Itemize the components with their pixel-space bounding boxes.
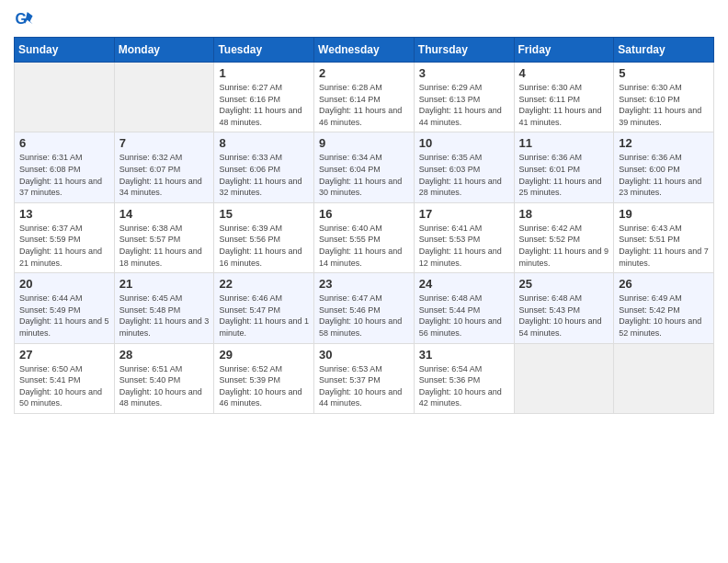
calendar-cell: 8Sunrise: 6:33 AMSunset: 6:06 PMDaylight…: [214, 132, 314, 202]
day-detail: Sunrise: 6:35 AMSunset: 6:03 PMDaylight:…: [419, 152, 509, 198]
day-number: 12: [619, 136, 709, 150]
day-number: 21: [119, 277, 210, 291]
day-detail: Sunrise: 6:36 AMSunset: 6:01 PMDaylight:…: [519, 152, 609, 198]
calendar-cell: 30Sunrise: 6:53 AMSunset: 5:37 PMDayligh…: [314, 343, 415, 413]
calendar-cell: 25Sunrise: 6:48 AMSunset: 5:43 PMDayligh…: [514, 273, 614, 343]
day-number: 6: [19, 136, 109, 150]
calendar-cell: 29Sunrise: 6:52 AMSunset: 5:39 PMDayligh…: [214, 343, 314, 413]
calendar-cell: 6Sunrise: 6:31 AMSunset: 6:08 PMDaylight…: [15, 132, 115, 202]
calendar-cell: 7Sunrise: 6:32 AMSunset: 6:07 PMDaylight…: [114, 132, 214, 202]
calendar-cell: 19Sunrise: 6:43 AMSunset: 5:51 PMDayligh…: [614, 202, 714, 272]
calendar-cell: 20Sunrise: 6:44 AMSunset: 5:49 PMDayligh…: [15, 273, 115, 343]
day-detail: Sunrise: 6:28 AMSunset: 6:14 PMDaylight:…: [319, 82, 409, 128]
logo: G: [14, 9, 38, 29]
col-wednesday: Wednesday: [314, 38, 415, 63]
day-detail: Sunrise: 6:42 AMSunset: 5:52 PMDaylight:…: [519, 223, 609, 269]
day-number: 20: [19, 277, 109, 291]
col-friday: Friday: [514, 38, 614, 63]
day-detail: Sunrise: 6:49 AMSunset: 5:42 PMDaylight:…: [619, 293, 709, 339]
day-number: 10: [419, 136, 509, 150]
day-detail: Sunrise: 6:36 AMSunset: 6:00 PMDaylight:…: [619, 152, 709, 198]
day-detail: Sunrise: 6:51 AMSunset: 5:40 PMDaylight:…: [119, 363, 210, 409]
day-number: 29: [219, 348, 309, 362]
svg-text:G: G: [15, 10, 27, 27]
calendar-cell: 24Sunrise: 6:48 AMSunset: 5:44 PMDayligh…: [414, 273, 514, 343]
day-detail: Sunrise: 6:48 AMSunset: 5:44 PMDaylight:…: [419, 293, 509, 339]
calendar-cell: [114, 63, 214, 132]
day-number: 23: [319, 277, 409, 291]
day-detail: Sunrise: 6:50 AMSunset: 5:41 PMDaylight:…: [19, 363, 109, 409]
day-number: 26: [619, 277, 709, 291]
day-number: 17: [419, 207, 509, 221]
day-number: 18: [519, 207, 609, 221]
day-number: 9: [319, 136, 409, 150]
day-detail: Sunrise: 6:41 AMSunset: 5:53 PMDaylight:…: [419, 223, 509, 269]
calendar-cell: 11Sunrise: 6:36 AMSunset: 6:01 PMDayligh…: [514, 132, 614, 202]
day-detail: Sunrise: 6:29 AMSunset: 6:13 PMDaylight:…: [419, 82, 509, 128]
day-number: 30: [319, 348, 409, 362]
day-number: 19: [619, 207, 709, 221]
day-detail: Sunrise: 6:47 AMSunset: 5:46 PMDaylight:…: [319, 293, 409, 339]
calendar-cell: 15Sunrise: 6:39 AMSunset: 5:56 PMDayligh…: [214, 202, 314, 272]
col-monday: Monday: [114, 38, 214, 63]
day-number: 8: [219, 136, 309, 150]
day-detail: Sunrise: 6:38 AMSunset: 5:57 PMDaylight:…: [119, 223, 210, 269]
calendar-header-row: Sunday Monday Tuesday Wednesday Thursday…: [15, 38, 714, 63]
calendar-cell: 22Sunrise: 6:46 AMSunset: 5:47 PMDayligh…: [214, 273, 314, 343]
day-detail: Sunrise: 6:54 AMSunset: 5:36 PMDaylight:…: [419, 363, 509, 409]
day-detail: Sunrise: 6:48 AMSunset: 5:43 PMDaylight:…: [519, 293, 609, 339]
calendar-cell: 28Sunrise: 6:51 AMSunset: 5:40 PMDayligh…: [114, 343, 214, 413]
day-detail: Sunrise: 6:43 AMSunset: 5:51 PMDaylight:…: [619, 223, 709, 269]
day-number: 24: [419, 277, 509, 291]
calendar-cell: 23Sunrise: 6:47 AMSunset: 5:46 PMDayligh…: [314, 273, 415, 343]
day-detail: Sunrise: 6:39 AMSunset: 5:56 PMDaylight:…: [219, 223, 309, 269]
day-detail: Sunrise: 6:33 AMSunset: 6:06 PMDaylight:…: [219, 152, 309, 198]
calendar-table: Sunday Monday Tuesday Wednesday Thursday…: [14, 37, 714, 414]
day-detail: Sunrise: 6:31 AMSunset: 6:08 PMDaylight:…: [19, 152, 109, 198]
day-number: 14: [119, 207, 210, 221]
day-number: 28: [119, 348, 210, 362]
day-detail: Sunrise: 6:45 AMSunset: 5:48 PMDaylight:…: [119, 293, 210, 339]
day-detail: Sunrise: 6:27 AMSunset: 6:16 PMDaylight:…: [219, 82, 309, 128]
day-number: 5: [619, 66, 709, 80]
day-detail: Sunrise: 6:52 AMSunset: 5:39 PMDaylight:…: [219, 363, 309, 409]
day-detail: Sunrise: 6:53 AMSunset: 5:37 PMDaylight:…: [319, 363, 409, 409]
calendar-cell: 1Sunrise: 6:27 AMSunset: 6:16 PMDaylight…: [214, 63, 314, 132]
day-number: 4: [519, 66, 609, 80]
day-number: 15: [219, 207, 309, 221]
calendar-cell: 26Sunrise: 6:49 AMSunset: 5:42 PMDayligh…: [614, 273, 714, 343]
calendar-cell: 2Sunrise: 6:28 AMSunset: 6:14 PMDaylight…: [314, 63, 415, 132]
calendar-cell: 17Sunrise: 6:41 AMSunset: 5:53 PMDayligh…: [414, 202, 514, 272]
calendar-cell: [514, 343, 614, 413]
day-detail: Sunrise: 6:46 AMSunset: 5:47 PMDaylight:…: [219, 293, 309, 339]
col-tuesday: Tuesday: [214, 38, 314, 63]
calendar-cell: 10Sunrise: 6:35 AMSunset: 6:03 PMDayligh…: [414, 132, 514, 202]
col-thursday: Thursday: [414, 38, 514, 63]
day-number: 22: [219, 277, 309, 291]
calendar-cell: 27Sunrise: 6:50 AMSunset: 5:41 PMDayligh…: [15, 343, 115, 413]
calendar-cell: 3Sunrise: 6:29 AMSunset: 6:13 PMDaylight…: [414, 63, 514, 132]
calendar-cell: 16Sunrise: 6:40 AMSunset: 5:55 PMDayligh…: [314, 202, 415, 272]
day-number: 3: [419, 66, 509, 80]
calendar-cell: 21Sunrise: 6:45 AMSunset: 5:48 PMDayligh…: [114, 273, 214, 343]
calendar-cell: [614, 343, 714, 413]
calendar-cell: [15, 63, 115, 132]
day-detail: Sunrise: 6:32 AMSunset: 6:07 PMDaylight:…: [119, 152, 210, 198]
day-number: 11: [519, 136, 609, 150]
calendar-cell: 9Sunrise: 6:34 AMSunset: 6:04 PMDaylight…: [314, 132, 415, 202]
day-detail: Sunrise: 6:34 AMSunset: 6:04 PMDaylight:…: [319, 152, 409, 198]
col-saturday: Saturday: [614, 38, 714, 63]
calendar-cell: 14Sunrise: 6:38 AMSunset: 5:57 PMDayligh…: [114, 202, 214, 272]
calendar-cell: 12Sunrise: 6:36 AMSunset: 6:00 PMDayligh…: [614, 132, 714, 202]
day-number: 13: [19, 207, 109, 221]
calendar-cell: 13Sunrise: 6:37 AMSunset: 5:59 PMDayligh…: [15, 202, 115, 272]
calendar-cell: 18Sunrise: 6:42 AMSunset: 5:52 PMDayligh…: [514, 202, 614, 272]
day-number: 2: [319, 66, 409, 80]
day-detail: Sunrise: 6:44 AMSunset: 5:49 PMDaylight:…: [19, 293, 109, 339]
logo-icon: G: [14, 9, 34, 29]
calendar-cell: 5Sunrise: 6:30 AMSunset: 6:10 PMDaylight…: [614, 63, 714, 132]
day-detail: Sunrise: 6:40 AMSunset: 5:55 PMDaylight:…: [319, 223, 409, 269]
day-detail: Sunrise: 6:30 AMSunset: 6:10 PMDaylight:…: [619, 82, 709, 128]
day-number: 27: [19, 348, 109, 362]
calendar-cell: 31Sunrise: 6:54 AMSunset: 5:36 PMDayligh…: [414, 343, 514, 413]
